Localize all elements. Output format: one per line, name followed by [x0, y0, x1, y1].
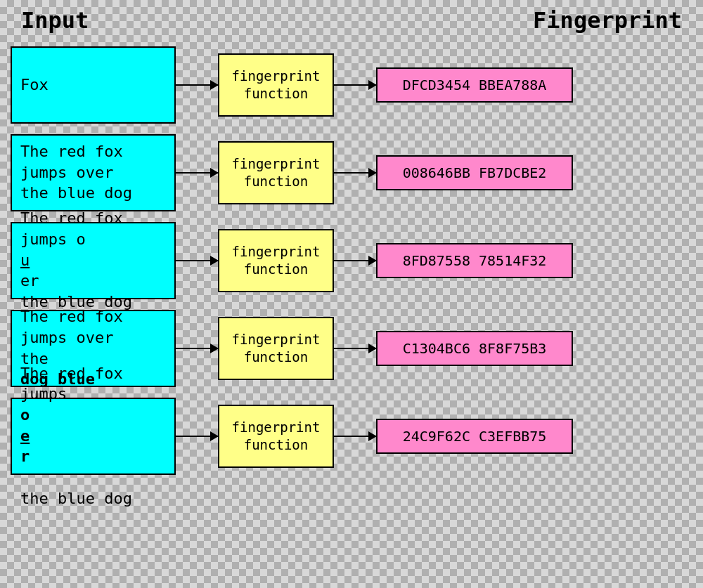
function-label-5: fingerprintfunction	[232, 419, 321, 453]
rows-container: Fox fingerprintfunction DFCD3454 BBEA788…	[0, 37, 703, 483]
function-box-1: fingerprintfunction	[218, 53, 334, 117]
input-box-1: Fox	[11, 46, 176, 124]
output-box-4: C1304BC6 8F8F75B3	[376, 331, 573, 366]
output-value-4: C1304BC6 8F8F75B3	[403, 340, 547, 357]
arrow-line-out-1	[334, 84, 376, 86]
arrow-line-out-3	[334, 260, 376, 261]
arrow-5	[176, 436, 218, 437]
arrow-out-4	[334, 348, 376, 349]
header: Input Fingerprint	[0, 0, 703, 37]
underline-u: u	[20, 250, 132, 271]
bold-oe: o	[20, 405, 132, 426]
arrow-line-5	[176, 436, 218, 437]
input-box-2: The red foxjumps overthe blue dog	[11, 134, 176, 211]
arrow-line-3	[176, 260, 218, 261]
arrow-4	[176, 348, 218, 349]
arrow-line-out-2	[334, 172, 376, 174]
arrow-2	[176, 172, 218, 174]
bold-underline-oe: e	[20, 426, 132, 447]
arrow-line-1	[176, 84, 218, 86]
arrow-line-4	[176, 348, 218, 349]
input-box-3: The red foxjumps ouerthe blue dog	[11, 222, 176, 299]
table-row: Fox fingerprintfunction DFCD3454 BBEA788…	[11, 44, 692, 125]
table-row: The red foxjumps overthe blue dog finger…	[11, 132, 692, 213]
output-value-5: 24C9F62C C3EFBB75	[403, 428, 547, 445]
arrow-line-2	[176, 172, 218, 174]
header-input-label: Input	[21, 7, 89, 34]
arrow-out-2	[334, 172, 376, 174]
function-label-4: fingerprintfunction	[232, 331, 321, 365]
bold-r: r	[20, 446, 132, 467]
arrow-line-out-5	[334, 436, 376, 437]
output-value-2: 008646BB FB7DCBE2	[403, 164, 547, 181]
output-value-1: DFCD3454 BBEA788A	[403, 77, 547, 93]
function-label-3: fingerprintfunction	[232, 243, 321, 277]
function-box-5: fingerprintfunction	[218, 405, 334, 468]
output-box-2: 008646BB FB7DCBE2	[376, 155, 573, 190]
function-label-2: fingerprintfunction	[232, 155, 321, 190]
arrow-line-out-4	[334, 348, 376, 349]
arrow-out-3	[334, 260, 376, 261]
arrow-1	[176, 84, 218, 86]
output-box-1: DFCD3454 BBEA788A	[376, 67, 573, 103]
output-value-3: 8FD87558 78514F32	[403, 252, 547, 269]
table-row: The red foxjumps oerthe blue dog fingerp…	[11, 396, 692, 476]
table-row: The red foxjumps ouerthe blue dog finger…	[11, 220, 692, 301]
page-wrapper: Input Fingerprint Fox fingerprintfunctio…	[0, 0, 703, 588]
arrow-out-1	[334, 84, 376, 86]
input-text-2: The red foxjumps overthe blue dog	[20, 141, 132, 204]
input-text-3: The red foxjumps ouerthe blue dog	[20, 208, 132, 312]
arrow-3	[176, 260, 218, 261]
input-text-1: Fox	[20, 74, 49, 96]
arrow-out-5	[334, 436, 376, 437]
output-box-3: 8FD87558 78514F32	[376, 243, 573, 278]
input-text-5: The red foxjumps oerthe blue dog	[20, 363, 132, 509]
output-box-5: 24C9F62C C3EFBB75	[376, 419, 573, 454]
input-box-5: The red foxjumps oerthe blue dog	[11, 398, 176, 475]
header-fingerprint-label: Fingerprint	[533, 7, 682, 34]
function-box-4: fingerprintfunction	[218, 317, 334, 380]
function-label-1: fingerprintfunction	[232, 67, 321, 102]
function-box-2: fingerprintfunction	[218, 141, 334, 204]
function-box-3: fingerprintfunction	[218, 229, 334, 292]
